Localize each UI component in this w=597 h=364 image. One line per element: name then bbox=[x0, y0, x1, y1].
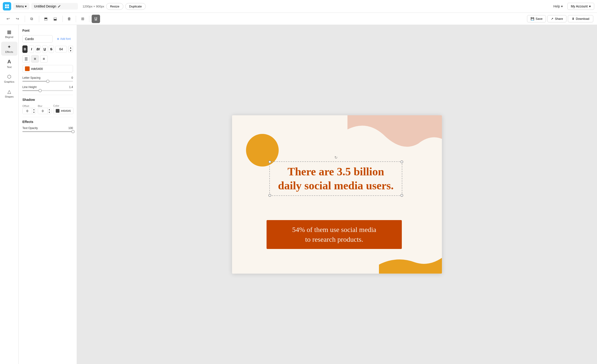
canvas-banner-text: 54% of them use social media to research… bbox=[272, 225, 396, 244]
blur-input[interactable]: 0 bbox=[38, 108, 47, 114]
canvas-container: ↻ There are 3.5 billion daily social med… bbox=[232, 115, 442, 274]
text-opacity-fill bbox=[22, 131, 73, 132]
text-opacity-label: Text Opacity bbox=[22, 127, 38, 130]
letter-spacing-slider[interactable] bbox=[22, 81, 73, 82]
app-logo bbox=[3, 2, 11, 10]
line-height-thumb[interactable] bbox=[39, 89, 42, 92]
redo-button[interactable]: ↪ bbox=[13, 15, 22, 23]
save-icon: 💾 bbox=[531, 17, 534, 21]
edit-title-icon bbox=[58, 5, 61, 8]
my-account-label: My Account bbox=[571, 4, 588, 8]
duplicate-button[interactable]: Duplicate bbox=[125, 3, 146, 10]
handle-tr[interactable] bbox=[401, 160, 403, 163]
sidebar-item-graphics[interactable]: ⬡ Graphics bbox=[1, 71, 17, 85]
delete-button[interactable]: 🗑 bbox=[65, 15, 73, 23]
offset-down[interactable]: ▼ bbox=[32, 111, 36, 114]
grid-button[interactable]: ⊞ bbox=[78, 15, 87, 23]
offset-label: Offset bbox=[22, 105, 36, 107]
text-label: Text bbox=[7, 66, 11, 68]
plus-icon: ⊕ bbox=[57, 37, 59, 40]
download-button[interactable]: ⬇ Download bbox=[568, 15, 593, 22]
letter-spacing-thumb[interactable] bbox=[46, 80, 49, 83]
offset-up[interactable]: ▲ bbox=[32, 108, 36, 111]
resize-button[interactable]: Resize bbox=[106, 3, 123, 10]
effects-icon: ✦ bbox=[7, 44, 11, 50]
background-icon: ▦ bbox=[7, 29, 11, 35]
offset-input[interactable]: 0 bbox=[23, 108, 32, 114]
bold-italic-button[interactable]: BI bbox=[35, 46, 40, 53]
letter-spacing-label: Letter Spacing bbox=[22, 76, 40, 79]
blur-label: Blur bbox=[38, 105, 51, 107]
underline-toolbar-button[interactable]: U bbox=[92, 15, 100, 23]
text-color-swatch[interactable]: #db5400 bbox=[22, 65, 73, 72]
underline-button[interactable]: U bbox=[42, 46, 47, 53]
line-height-slider[interactable] bbox=[22, 90, 73, 91]
align-right-button[interactable]: ≡ bbox=[40, 55, 47, 63]
blur-up[interactable]: ▲ bbox=[47, 108, 51, 111]
letter-spacing-fill bbox=[22, 81, 48, 82]
svg-rect-2 bbox=[5, 7, 7, 8]
svg-rect-0 bbox=[5, 4, 7, 6]
help-label: Help bbox=[553, 4, 560, 8]
font-select[interactable]: Cardo bbox=[22, 35, 53, 43]
handle-tl[interactable] bbox=[268, 160, 271, 163]
effects-divider bbox=[22, 117, 73, 117]
font-size-up[interactable]: ▲ bbox=[68, 46, 73, 49]
bold-button[interactable]: B bbox=[22, 46, 28, 53]
sidebar-item-text[interactable]: A Text bbox=[1, 57, 17, 71]
font-size-down[interactable]: ▼ bbox=[68, 49, 73, 53]
text-box-selected[interactable]: ↻ There are 3.5 billion daily social med… bbox=[269, 161, 402, 196]
document-title: Untitled Design bbox=[34, 4, 56, 8]
text-opacity-value: 100 bbox=[68, 127, 73, 130]
copy-button[interactable]: ⧉ bbox=[27, 15, 36, 23]
menu-button[interactable]: Menu ▾ bbox=[13, 3, 29, 9]
help-button[interactable]: Help ▾ bbox=[550, 3, 566, 9]
layer-up-button[interactable]: ⬓ bbox=[51, 15, 59, 23]
blur-input-wrap: 0 ▲ ▼ bbox=[38, 108, 51, 114]
layer-down-button[interactable]: ⬒ bbox=[41, 15, 50, 23]
align-left-button[interactable]: ☰ bbox=[22, 55, 30, 63]
canvas-area[interactable]: ↻ There are 3.5 billion daily social med… bbox=[77, 25, 597, 364]
share-button[interactable]: ↗ Share bbox=[547, 15, 566, 22]
shadow-color-value: #454545 bbox=[61, 109, 71, 112]
graphics-icon: ⬡ bbox=[7, 74, 11, 79]
shadow-color-swatch[interactable]: #454545 bbox=[53, 108, 73, 114]
undo-button[interactable]: ↩ bbox=[4, 15, 12, 23]
rotate-handle[interactable]: ↻ bbox=[334, 155, 338, 160]
sidebar-item-shapes[interactable]: △ Shapes bbox=[1, 86, 17, 100]
strikethrough-button[interactable]: S bbox=[49, 46, 54, 53]
title-area[interactable]: Untitled Design bbox=[31, 3, 78, 9]
text-color-label: #db5400 bbox=[31, 67, 43, 71]
letter-spacing-label-row: Letter Spacing 0 bbox=[22, 76, 73, 79]
font-size-arrows: ▲ ▼ bbox=[68, 46, 73, 53]
font-size-input[interactable]: 64 bbox=[55, 46, 67, 53]
shadow-divider bbox=[22, 95, 73, 95]
font-section-title: Font bbox=[22, 29, 73, 32]
top-nav: Menu ▾ Untitled Design 1200px × 900px Re… bbox=[0, 0, 597, 13]
align-center-button[interactable]: ≡ bbox=[31, 55, 39, 63]
clipboard-group: ⧉ bbox=[27, 15, 36, 23]
line-height-fill bbox=[22, 90, 40, 91]
sidebar-item-effects[interactable]: ✦ Effects bbox=[1, 42, 17, 56]
sidebar-item-background[interactable]: ▦ Bkgrnd bbox=[1, 27, 17, 41]
toolbar-divider-5 bbox=[89, 15, 89, 22]
handle-bl[interactable] bbox=[268, 194, 271, 197]
line-height-value: 1.4 bbox=[69, 85, 73, 89]
handle-br[interactable] bbox=[401, 194, 403, 197]
canvas-banner[interactable]: 54% of them use social media to research… bbox=[267, 220, 402, 249]
layer-group: ⬒ ⬓ bbox=[41, 15, 59, 23]
add-font-button[interactable]: ⊕ Add font bbox=[55, 36, 73, 42]
help-chevron-icon: ▾ bbox=[561, 4, 563, 8]
text-opacity-thumb[interactable] bbox=[71, 130, 75, 133]
save-button[interactable]: 💾 Save bbox=[527, 15, 546, 22]
bg-pink-blob bbox=[347, 115, 442, 158]
toolbar-divider-2 bbox=[39, 15, 39, 22]
toolbar-divider-4 bbox=[76, 15, 76, 22]
shadow-section-title: Shadow bbox=[22, 98, 73, 102]
download-label: Download bbox=[576, 17, 589, 21]
blur-down[interactable]: ▼ bbox=[47, 111, 51, 114]
italic-button[interactable]: I bbox=[29, 46, 34, 53]
my-account-button[interactable]: My Account ▾ bbox=[567, 3, 594, 10]
save-label: Save bbox=[536, 17, 543, 21]
text-opacity-slider[interactable] bbox=[22, 131, 73, 132]
